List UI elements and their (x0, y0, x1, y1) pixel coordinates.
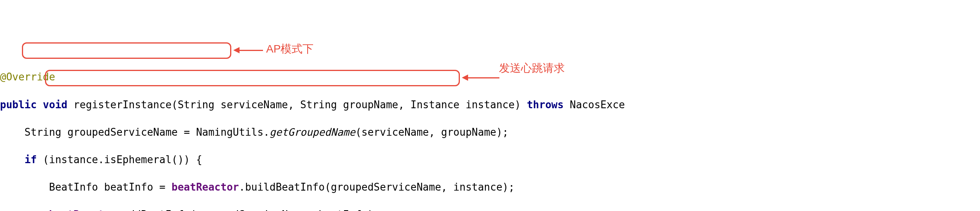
field-beatreactor: beatReactor (49, 209, 116, 211)
arrow-ap-mode (233, 47, 263, 53)
indent (0, 154, 25, 166)
code-editor[interactable]: @Override public void registerInstance(S… (0, 56, 980, 211)
code-text: BeatInfo beatInfo = (0, 181, 171, 193)
code-line-3: String groupedServiceName = NamingUtils.… (0, 126, 980, 139)
code-text: .buildBeatInfo(groupedServiceName, insta… (239, 181, 514, 193)
method-signature: registerInstance(String serviceName, Str… (74, 99, 527, 111)
annotation-override: @Override (0, 71, 55, 83)
code-text: String groupedServiceName = NamingUtils. (0, 126, 270, 138)
indent (0, 209, 49, 211)
keyword-void: void (43, 99, 68, 111)
code-line-1: @Override (0, 70, 980, 84)
keyword-throws: throws (527, 99, 564, 111)
code-line-4: if (instance.isEphemeral()) { (0, 153, 980, 167)
code-text: .addBeatInfo(groupedServiceName, beatInf… (116, 209, 380, 211)
code-line-6: beatReactor.addBeatInfo(groupedServiceNa… (0, 208, 980, 211)
field-beatreactor: beatReactor (171, 181, 239, 193)
keyword-public: public (0, 99, 37, 111)
static-method-call: getGroupedName (270, 126, 355, 138)
code-line-2: public void registerInstance(String serv… (0, 98, 980, 112)
exception-type: NacosExce (564, 99, 625, 111)
if-condition: (instance.isEphemeral()) { (37, 154, 202, 166)
keyword-if: if (25, 154, 37, 166)
code-text: (serviceName, groupName); (355, 126, 508, 138)
code-line-5: BeatInfo beatInfo = beatReactor.buildBea… (0, 180, 980, 194)
annotation-ap-mode: AP模式下 (266, 42, 313, 56)
arrow-line (240, 50, 263, 51)
arrow-head-icon (233, 47, 240, 53)
